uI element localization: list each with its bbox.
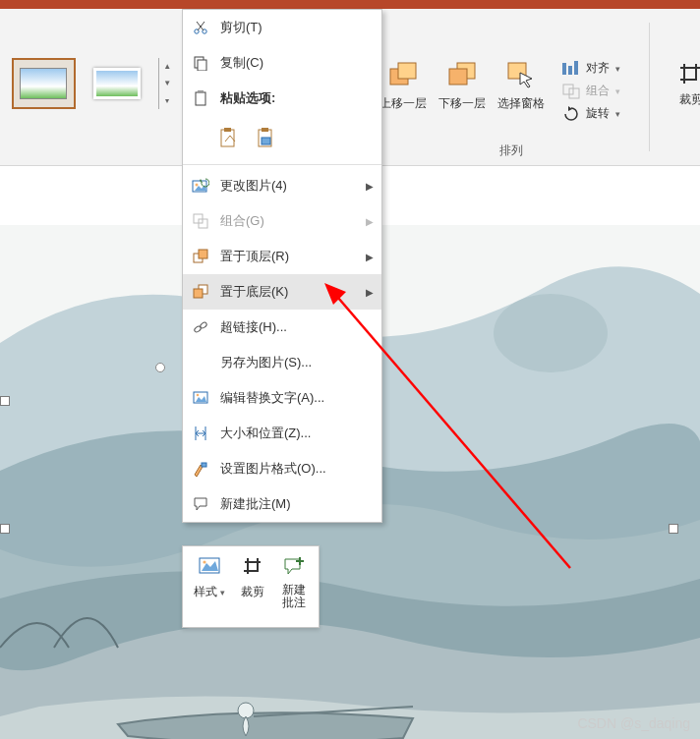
svg-rect-1	[398, 63, 416, 79]
svg-point-11	[494, 294, 608, 372]
svg-rect-5	[562, 63, 566, 75]
mini-crop-button[interactable]: 裁剪	[239, 552, 266, 621]
svg-point-44	[204, 560, 206, 563]
menu-bring-to-front[interactable]: 置于顶层(R) ▶	[183, 239, 381, 274]
svg-rect-7	[574, 61, 578, 75]
mini-comment-button[interactable]: 新建批注	[280, 552, 308, 621]
menu-format-picture[interactable]: 设置图片格式(O)...	[183, 451, 381, 486]
svg-rect-20	[196, 92, 205, 105]
svg-rect-23	[224, 128, 231, 132]
copy-icon	[191, 53, 210, 73]
watermark-text: CSDN @s_daqing	[577, 715, 690, 731]
menu-edit-alt-text[interactable]: 编辑替换文字(A)...	[183, 380, 381, 416]
submenu-arrow-icon: ▶	[366, 252, 374, 262]
app-title-bar	[0, 0, 700, 9]
picture-style-gallery[interactable]: ▲▼▾	[0, 9, 187, 165]
resize-handle-tl[interactable]	[0, 396, 10, 406]
paste-option-buttons	[183, 116, 381, 161]
style-thumb-1[interactable]	[12, 58, 76, 109]
paste-keep-formatting-icon[interactable]	[218, 129, 238, 148]
svg-rect-8	[563, 85, 573, 94]
send-backward-button[interactable]: 下移一层	[433, 58, 492, 112]
mini-style-button[interactable]: 样式 ▾	[194, 552, 225, 621]
alt-text-icon	[191, 388, 210, 408]
format-picture-icon	[191, 459, 210, 479]
arrange-group-label: 排列	[374, 142, 649, 159]
menu-save-as-picture[interactable]: 另存为图片(S)...	[183, 345, 381, 380]
svg-rect-25	[262, 128, 268, 132]
change-picture-icon	[191, 176, 210, 196]
crop-icon	[239, 552, 266, 580]
context-menu: 剪切(T) 复制(C) 粘贴选项: 更改图片(4) ▶ 组合(G) ▶ 置于顶层…	[182, 9, 382, 523]
svg-rect-42	[202, 463, 206, 467]
hyperlink-icon	[191, 317, 210, 337]
comment-icon	[191, 494, 210, 514]
svg-point-38	[197, 394, 200, 397]
menu-new-comment[interactable]: 新建批注(M)	[183, 486, 381, 522]
submenu-arrow-icon: ▶	[366, 216, 374, 227]
bring-forward-button[interactable]: 上移一层	[374, 58, 433, 112]
gallery-scroll[interactable]: ▲▼▾	[158, 58, 175, 109]
menu-group: 组合(G) ▶	[183, 203, 381, 239]
menu-copy[interactable]: 复制(C)	[183, 45, 381, 81]
svg-rect-21	[198, 90, 204, 93]
send-to-back-icon	[191, 282, 210, 302]
svg-rect-9	[569, 88, 579, 98]
svg-point-12	[238, 703, 254, 718]
arrange-side-buttons: 对齐▾ 组合▾ 旋转▾	[562, 60, 620, 122]
paste-icon	[191, 88, 210, 108]
cut-icon	[191, 18, 210, 37]
resize-handle-mr[interactable]	[669, 524, 678, 534]
menu-paste-options-header: 粘贴选项:	[183, 81, 381, 116]
selection-pane-button[interactable]: 选择窗格	[492, 58, 551, 112]
svg-rect-19	[198, 60, 206, 71]
menu-size-and-position[interactable]: 大小和位置(Z)...	[183, 416, 381, 451]
group-button[interactable]: 组合▾	[562, 83, 620, 99]
menu-change-picture[interactable]: 更改图片(4) ▶	[183, 168, 381, 203]
rotate-button[interactable]: 旋转▾	[562, 105, 620, 122]
submenu-arrow-icon: ▶	[366, 181, 374, 192]
resize-handle-ml[interactable]	[0, 524, 10, 534]
svg-rect-34	[194, 289, 203, 298]
paste-as-picture-icon[interactable]	[256, 129, 275, 148]
size-position-icon	[191, 424, 210, 443]
svg-point-28	[196, 184, 199, 187]
svg-rect-32	[199, 250, 207, 258]
svg-rect-6	[568, 66, 572, 75]
rotate-handle[interactable]	[155, 363, 165, 372]
menu-send-to-back[interactable]: 置于底层(K) ▶	[183, 274, 381, 310]
style-thumb-2[interactable]	[86, 58, 149, 109]
menu-hyperlink[interactable]: 超链接(H)...	[183, 310, 381, 345]
svg-rect-26	[262, 138, 270, 144]
bring-to-front-icon	[191, 247, 210, 266]
arrange-buttons: 上移一层 下移一层 选择窗格	[374, 58, 551, 112]
new-comment-icon	[280, 552, 308, 580]
align-button[interactable]: 对齐▾	[562, 60, 620, 77]
svg-rect-3	[449, 69, 467, 85]
group-icon	[191, 211, 210, 231]
menu-cut[interactable]: 剪切(T)	[183, 10, 381, 45]
submenu-arrow-icon: ▶	[366, 287, 374, 298]
style-icon	[196, 552, 223, 580]
crop-button-ribbon[interactable]: 裁剪	[676, 60, 700, 108]
mini-toolbar: 样式 ▾ 裁剪 新建批注	[182, 545, 320, 628]
